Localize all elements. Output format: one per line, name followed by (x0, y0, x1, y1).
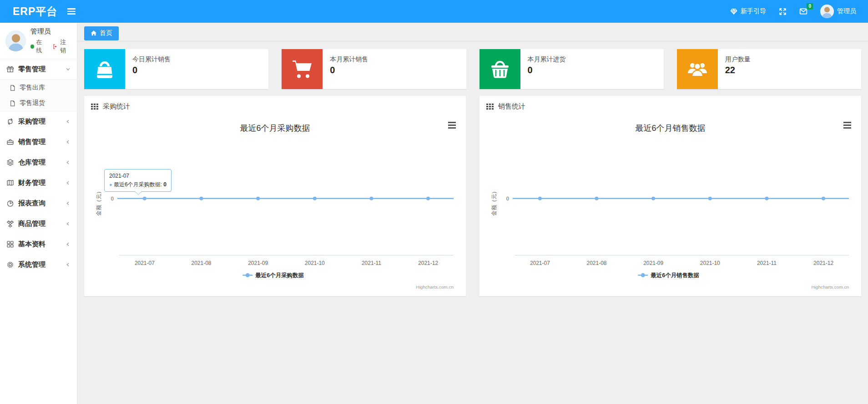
sidebar-item-finance[interactable]: 财务管理 (0, 173, 77, 193)
sidebar-item-goods[interactable]: 商品管理 (0, 214, 77, 234)
tab-bar: 首页 (77, 23, 868, 41)
card-label: 本月累计销售 (330, 55, 368, 64)
chevron-left-icon (66, 180, 71, 185)
tab-home[interactable]: 首页 (84, 26, 119, 40)
stat-card-month-purchase[interactable]: 本月累计进货 0 (479, 49, 664, 89)
svg-text:Highcharts.com.cn: Highcharts.com.cn (416, 284, 454, 289)
card-value: 0 (330, 65, 368, 75)
th-grid-icon (486, 103, 494, 110)
svg-text:0: 0 (506, 196, 509, 201)
card-value: 0 (528, 65, 566, 75)
sales-stats-panel: 销售统计 最近6个月销售数据金额（元）02021-072021-082021-0… (479, 96, 861, 296)
chevron-left-icon (66, 262, 71, 267)
chart-panels-row: 采购统计 2021-07 ● 最近6个月采购数据: 0 最近6个月采购数据金额（… (84, 96, 861, 296)
chevron-left-icon (66, 119, 71, 124)
sidebar-menu: 零售管理 零售出库 零售退货 采购管理 (0, 59, 77, 275)
sidebar-item-basic-data[interactable]: 基本资料 (0, 234, 77, 254)
svg-text:0: 0 (111, 196, 114, 201)
username-label: 管理员 (837, 7, 856, 15)
shopping-basket-icon (479, 49, 520, 89)
sales-chart-area: 最近6个月销售数据金额（元）02021-072021-082021-092021… (479, 115, 861, 296)
repeat-icon (6, 118, 14, 125)
svg-text:2021-09: 2021-09 (248, 260, 268, 266)
card-label: 今日累计销售 (132, 55, 171, 64)
online-status-label: 在线 (36, 38, 47, 55)
sidebar-item-purchase[interactable]: 采购管理 (0, 111, 77, 132)
sidebar-item-retail-outbound[interactable]: 零售出库 (0, 80, 77, 95)
svg-text:2021-07: 2021-07 (135, 260, 155, 266)
chevron-left-icon (66, 201, 71, 206)
stat-card-user-count[interactable]: 用户数量 22 (677, 49, 861, 89)
chevron-left-icon (66, 242, 71, 247)
app-brand: ERP平台 (13, 5, 57, 19)
sidebar-toggle-icon[interactable] (67, 7, 76, 16)
panel-title: 采购统计 (103, 102, 130, 111)
sidebar-item-retail[interactable]: 零售管理 (0, 59, 77, 80)
grid-icon (6, 240, 14, 248)
svg-text:2021-09: 2021-09 (643, 260, 663, 266)
card-label: 本月累计进货 (528, 55, 566, 64)
chevron-down-icon (66, 67, 71, 72)
briefcase-icon (6, 138, 14, 146)
sidebar-user-panel: 管理员 在线 注销 (0, 23, 77, 59)
avatar (5, 30, 26, 51)
user-menu[interactable]: 管理员 (820, 5, 856, 18)
chart-tooltip: 2021-07 ● 最近6个月采购数据: 0 (104, 169, 172, 192)
purchase-line-chart[interactable]: 最近6个月采购数据金额（元）02021-072021-082021-092021… (91, 115, 459, 293)
shopping-bag-icon (84, 49, 125, 89)
envelope-icon (799, 7, 807, 15)
gem-icon (730, 8, 737, 15)
svg-text:Highcharts.com.cn: Highcharts.com.cn (811, 284, 849, 289)
sign-out-icon (53, 44, 59, 50)
guide-button[interactable]: 新手引导 (730, 7, 766, 15)
chevron-left-icon (66, 140, 71, 145)
sidebar-username: 管理员 (30, 27, 71, 36)
avatar (820, 5, 834, 18)
sidebar: 管理员 在线 注销 零售管理 (0, 23, 77, 404)
top-navbar: ERP平台 新手引导 0 (0, 0, 868, 23)
th-grid-icon (91, 103, 99, 110)
svg-text:2021-08: 2021-08 (587, 260, 607, 266)
purchase-stats-panel: 采购统计 2021-07 ● 最近6个月采购数据: 0 最近6个月采购数据金额（… (84, 96, 466, 296)
purchase-chart-area: 2021-07 ● 最近6个月采购数据: 0 最近6个月采购数据金额（元）020… (84, 115, 466, 296)
svg-text:2021-11: 2021-11 (362, 260, 381, 266)
svg-text:2021-11: 2021-11 (757, 260, 777, 266)
card-value: 0 (132, 65, 171, 75)
chart-export-menu-button[interactable] (843, 122, 851, 130)
file-icon (9, 85, 16, 91)
sidebar-item-system[interactable]: 系统管理 (0, 254, 77, 275)
fullscreen-button[interactable] (779, 8, 787, 15)
chart-export-menu-button[interactable] (448, 122, 456, 130)
svg-text:最近6个月采购数据: 最近6个月采购数据 (255, 272, 304, 279)
messages-button[interactable]: 0 (799, 7, 807, 15)
logout-button[interactable]: 注销 (53, 38, 71, 55)
gear-icon (6, 261, 14, 269)
svg-text:2021-07: 2021-07 (530, 260, 550, 266)
sidebar-item-reports[interactable]: 报表查询 (0, 193, 77, 214)
fullscreen-icon (779, 8, 787, 15)
stat-card-month-sales[interactable]: 本月累计销售 0 (282, 49, 466, 89)
sidebar-item-sales[interactable]: 销售管理 (0, 132, 77, 152)
svg-text:金额（元）: 金额（元） (96, 189, 102, 216)
guide-label: 新手引导 (741, 7, 766, 15)
users-icon (677, 49, 718, 89)
svg-text:2021-10: 2021-10 (700, 260, 720, 266)
file-icon (9, 100, 16, 107)
box-icon (6, 220, 14, 228)
gift-icon (6, 65, 14, 73)
stat-card-today-sales[interactable]: 今日累计销售 0 (84, 49, 268, 89)
svg-text:2021-08: 2021-08 (192, 260, 212, 266)
main-content: 首页 今日累计销售 0 (77, 23, 868, 404)
svg-text:最近6个月采购数据: 最近6个月采购数据 (240, 124, 310, 133)
card-label: 用户数量 (725, 55, 751, 64)
chevron-left-icon (66, 221, 71, 226)
ledger-icon (6, 179, 14, 187)
svg-text:最近6个月销售数据: 最近6个月销售数据 (650, 272, 699, 279)
sales-line-chart[interactable]: 最近6个月销售数据金额（元）02021-072021-082021-092021… (486, 115, 854, 293)
panel-title: 销售统计 (498, 102, 525, 111)
svg-text:2021-12: 2021-12 (813, 260, 833, 266)
sidebar-item-retail-return[interactable]: 零售退货 (0, 95, 77, 111)
sidebar-item-warehouse[interactable]: 仓库管理 (0, 152, 77, 173)
layers-icon (6, 159, 14, 166)
svg-text:2021-12: 2021-12 (418, 260, 438, 266)
